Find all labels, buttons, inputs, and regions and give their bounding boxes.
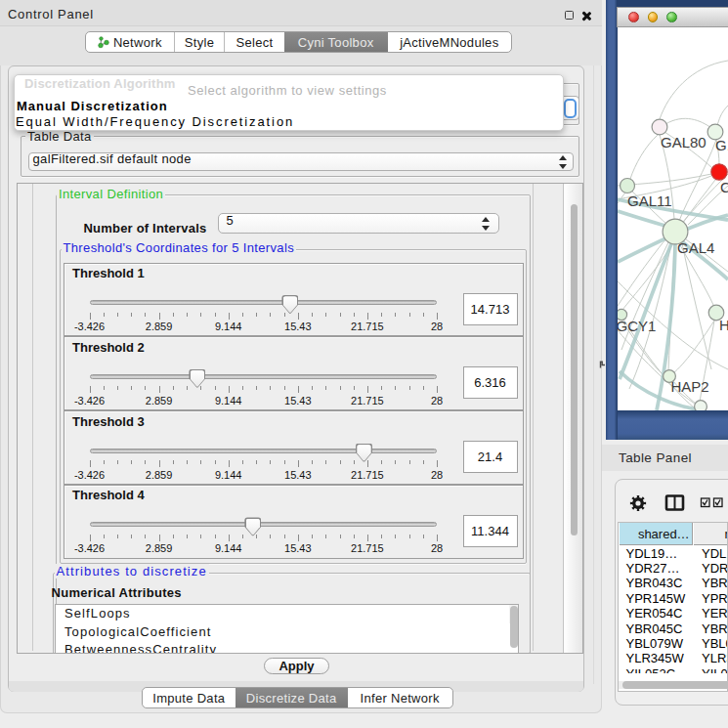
svg-text:G.: G.: [715, 137, 728, 153]
svg-text:C: C: [720, 179, 728, 195]
svg-text:GCY1: GCY1: [618, 318, 656, 334]
svg-text:GAL80: GAL80: [661, 134, 707, 150]
svg-text:H: H: [719, 317, 728, 333]
svg-text:HAP2: HAP2: [671, 378, 709, 395]
svg-text:GAL11: GAL11: [627, 193, 672, 209]
svg-text:GAL4: GAL4: [677, 239, 714, 256]
